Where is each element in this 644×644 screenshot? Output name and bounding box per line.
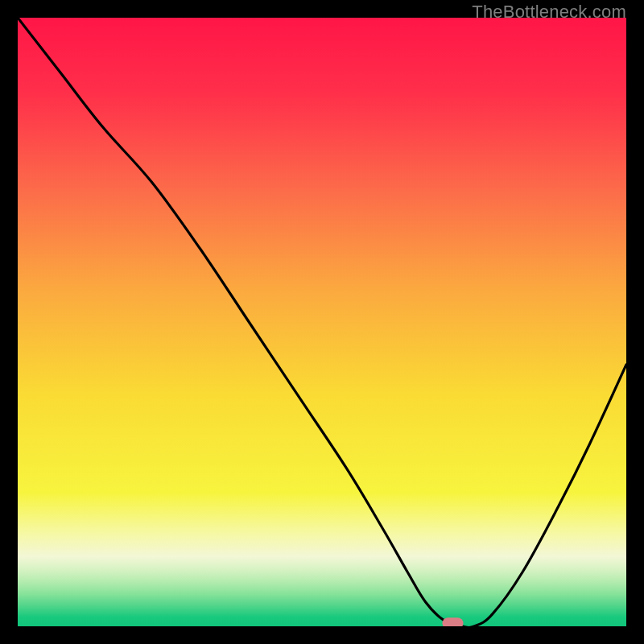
gradient-background: [18, 18, 626, 626]
chart-svg: [18, 18, 626, 626]
plot-area: [18, 18, 626, 626]
chart-frame: TheBottleneck.com: [0, 0, 644, 644]
highlight-pill: [443, 617, 464, 626]
